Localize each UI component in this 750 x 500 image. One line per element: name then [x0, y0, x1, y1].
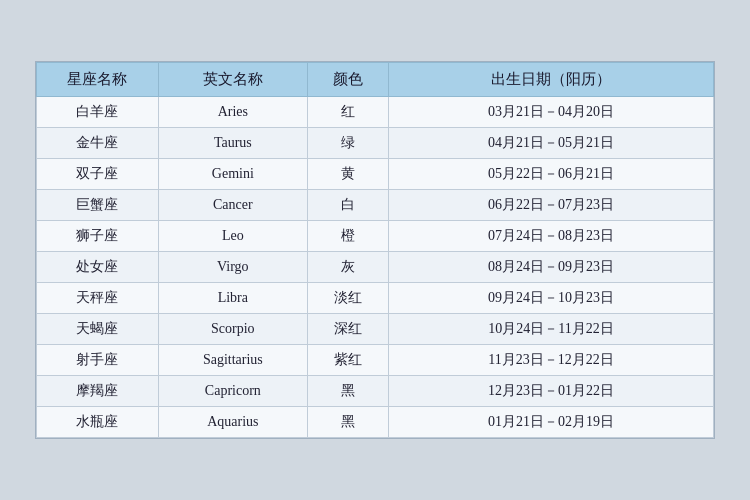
- zodiac-table-container: 星座名称 英文名称 颜色 出生日期（阳历） 白羊座Aries红03月21日－04…: [35, 61, 715, 439]
- cell-chinese: 射手座: [37, 345, 159, 376]
- cell-english: Sagittarius: [158, 345, 307, 376]
- cell-chinese: 摩羯座: [37, 376, 159, 407]
- cell-english: Virgo: [158, 252, 307, 283]
- table-row: 白羊座Aries红03月21日－04月20日: [37, 97, 714, 128]
- cell-date: 08月24日－09月23日: [389, 252, 714, 283]
- cell-color: 紫红: [307, 345, 388, 376]
- cell-chinese: 巨蟹座: [37, 190, 159, 221]
- cell-color: 红: [307, 97, 388, 128]
- cell-chinese: 天蝎座: [37, 314, 159, 345]
- cell-color: 深红: [307, 314, 388, 345]
- table-row: 巨蟹座Cancer白06月22日－07月23日: [37, 190, 714, 221]
- cell-color: 黄: [307, 159, 388, 190]
- table-row: 狮子座Leo橙07月24日－08月23日: [37, 221, 714, 252]
- cell-color: 黑: [307, 407, 388, 438]
- cell-color: 灰: [307, 252, 388, 283]
- cell-chinese: 水瓶座: [37, 407, 159, 438]
- cell-chinese: 处女座: [37, 252, 159, 283]
- cell-chinese: 双子座: [37, 159, 159, 190]
- cell-chinese: 狮子座: [37, 221, 159, 252]
- cell-date: 11月23日－12月22日: [389, 345, 714, 376]
- table-row: 射手座Sagittarius紫红11月23日－12月22日: [37, 345, 714, 376]
- header-english: 英文名称: [158, 63, 307, 97]
- cell-date: 06月22日－07月23日: [389, 190, 714, 221]
- table-row: 双子座Gemini黄05月22日－06月21日: [37, 159, 714, 190]
- cell-english: Aquarius: [158, 407, 307, 438]
- table-row: 水瓶座Aquarius黑01月21日－02月19日: [37, 407, 714, 438]
- cell-chinese: 白羊座: [37, 97, 159, 128]
- cell-date: 12月23日－01月22日: [389, 376, 714, 407]
- cell-color: 淡红: [307, 283, 388, 314]
- table-row: 金牛座Taurus绿04月21日－05月21日: [37, 128, 714, 159]
- cell-english: Gemini: [158, 159, 307, 190]
- cell-date: 04月21日－05月21日: [389, 128, 714, 159]
- cell-english: Aries: [158, 97, 307, 128]
- cell-date: 05月22日－06月21日: [389, 159, 714, 190]
- header-date: 出生日期（阳历）: [389, 63, 714, 97]
- cell-color: 橙: [307, 221, 388, 252]
- table-row: 天秤座Libra淡红09月24日－10月23日: [37, 283, 714, 314]
- cell-english: Cancer: [158, 190, 307, 221]
- cell-chinese: 金牛座: [37, 128, 159, 159]
- table-header-row: 星座名称 英文名称 颜色 出生日期（阳历）: [37, 63, 714, 97]
- cell-color: 绿: [307, 128, 388, 159]
- cell-color: 白: [307, 190, 388, 221]
- cell-chinese: 天秤座: [37, 283, 159, 314]
- zodiac-table: 星座名称 英文名称 颜色 出生日期（阳历） 白羊座Aries红03月21日－04…: [36, 62, 714, 438]
- table-row: 天蝎座Scorpio深红10月24日－11月22日: [37, 314, 714, 345]
- header-chinese: 星座名称: [37, 63, 159, 97]
- table-row: 处女座Virgo灰08月24日－09月23日: [37, 252, 714, 283]
- cell-date: 01月21日－02月19日: [389, 407, 714, 438]
- cell-english: Capricorn: [158, 376, 307, 407]
- cell-date: 03月21日－04月20日: [389, 97, 714, 128]
- cell-color: 黑: [307, 376, 388, 407]
- cell-english: Libra: [158, 283, 307, 314]
- cell-date: 10月24日－11月22日: [389, 314, 714, 345]
- table-row: 摩羯座Capricorn黑12月23日－01月22日: [37, 376, 714, 407]
- header-color: 颜色: [307, 63, 388, 97]
- cell-date: 09月24日－10月23日: [389, 283, 714, 314]
- cell-english: Scorpio: [158, 314, 307, 345]
- cell-english: Leo: [158, 221, 307, 252]
- cell-english: Taurus: [158, 128, 307, 159]
- cell-date: 07月24日－08月23日: [389, 221, 714, 252]
